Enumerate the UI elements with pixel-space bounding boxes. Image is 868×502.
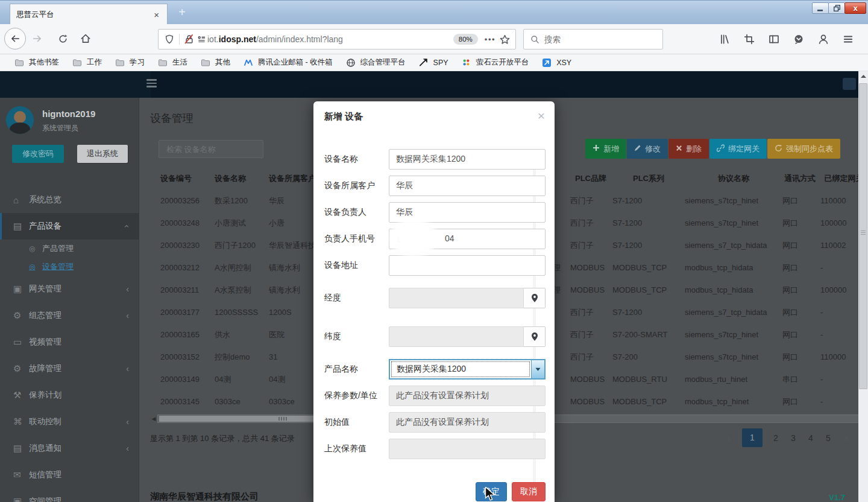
field-input[interactable] [389,149,546,170]
table-cell[interactable]: 200003149 [150,368,204,390]
table-cell[interactable]: S7-200-SMART [612,323,685,346]
table-cell[interactable]: siemens_s7_tcp_hidata [685,234,782,256]
table-cell[interactable]: 110000 [817,346,858,368]
table-cell[interactable]: 110002 [817,234,858,256]
table-cell[interactable]: S7-1200 [612,234,685,256]
table-cell[interactable]: S7-1200 [612,301,685,323]
dropdown-button[interactable] [531,360,544,378]
table-cell[interactable]: MODBUS_TCP [612,279,685,301]
table-cell[interactable]: siemens_s7tcp_hinet [685,212,782,234]
table-cell[interactable]: A水泵控制 [204,279,259,301]
new-tab-button[interactable]: + [174,5,190,19]
sidebar-item-联动控制[interactable]: ⌘联动控制‹ [0,408,139,435]
window-close-button[interactable]: x [844,2,866,14]
page-4[interactable]: 4 [807,433,815,443]
sidebar-icon[interactable] [768,33,780,45]
logout-button[interactable]: 退出系统 [77,145,128,163]
table-cell[interactable]: 200003211 [150,279,204,301]
window-minimize-button[interactable] [812,2,829,14]
cancel-button[interactable]: 取消 [512,482,546,501]
browser-search-input[interactable] [544,35,658,44]
bookmark-item[interactable]: 其他 [195,56,235,70]
table-cell[interactable]: 200003230 [150,234,204,256]
table-cell[interactable]: 网口 [782,323,817,346]
table-cell[interactable]: 西门子 [569,234,612,256]
table-cell[interactable]: 200003165 [150,323,204,346]
table-cell[interactable]: 西门子 [569,212,612,234]
table-cell[interactable]: 100000 [817,212,858,234]
navbar-right-icon[interactable] [843,78,856,90]
bookmark-item[interactable]: 工作 [66,56,107,70]
sidebar-item-系统总览[interactable]: ⌂系统总览 [0,186,139,213]
back-button[interactable] [4,28,26,49]
scroll-left-icon[interactable]: ◀ [150,416,157,422]
sidebar-item-产品设备[interactable]: ▤产品设备‹ [0,213,139,240]
insecure-lock-icon[interactable] [183,33,195,45]
page-actions-icon[interactable]: ••• [485,35,495,44]
device-search-input[interactable] [159,140,263,158]
shield-icon[interactable] [163,33,175,45]
map-pin-button[interactable] [524,288,546,308]
table-cell[interactable]: - [817,368,858,390]
field-input[interactable] [389,255,546,276]
table-cell[interactable]: 200003256 [150,189,204,212]
permissions-icon[interactable] [195,33,207,45]
bookmark-star-icon[interactable] [498,33,511,45]
table-cell[interactable]: modbus_tcp_hidata [685,256,782,279]
table-cell[interactable]: 网口 [782,301,817,323]
table-cell[interactable]: MODBUS [569,279,612,301]
zoom-level-badge[interactable]: 80% [453,34,478,45]
bookmark-item[interactable]: XSY [536,56,576,70]
page-prev[interactable]: ‹ [725,433,733,443]
table-cell[interactable]: 西门子 [569,301,612,323]
scroll-up-icon[interactable] [858,71,868,81]
table-cell[interactable]: 西门子 [569,346,612,368]
table-cell[interactable]: 200003177 [150,301,204,323]
bookmark-item[interactable]: 学习 [109,56,149,70]
table-cell[interactable]: 0303ce [204,390,259,413]
page-5[interactable]: 5 [824,433,832,443]
reload-button[interactable] [57,33,69,45]
table-cell[interactable]: - [817,323,858,346]
bookmark-item[interactable]: SPY [413,56,453,70]
sidebar-item-保养计划[interactable]: ⚒保养计划 [0,382,139,408]
table-cell[interactable]: MODBUS [569,256,612,279]
browser-tab[interactable]: 思普云平台 × [10,4,168,25]
table-cell[interactable]: 网口 [782,212,817,234]
action-button-修改[interactable]: 修改 [627,139,668,159]
table-cell[interactable]: 04测 [204,368,259,390]
bookmark-item[interactable]: 其他书签 [8,56,64,70]
table-cell[interactable]: - [817,301,858,323]
table-cell[interactable]: 西门子 [569,323,612,346]
table-cell[interactable]: siemens_s7tcp_hinet [685,189,782,212]
bookmark-item[interactable]: 生活 [152,56,192,70]
bookmark-item[interactable]: 综合管理平台 [340,56,410,70]
change-password-button[interactable]: 修改密码 [12,145,64,163]
table-cell[interactable]: MODBUS_RTU [612,368,685,390]
home-button[interactable] [80,33,92,45]
table-cell[interactable]: 200003145 [150,390,204,413]
table-cell[interactable]: - [817,256,858,279]
page-1[interactable]: 1 [742,428,763,447]
bookmark-item[interactable]: 萤石云开放平台 [456,56,534,70]
table-cell[interactable]: modbus_tcp_hidata [685,279,782,301]
modal-close-icon[interactable]: × [538,109,545,123]
sidebar-item-短信管理[interactable]: ✉短信管理 [0,462,139,488]
action-button-绑定网关[interactable]: 绑定网关 [709,139,767,159]
action-button-删除[interactable]: 删除 [668,139,709,159]
table-cell[interactable]: MODBUS [569,368,612,390]
page-3[interactable]: 3 [789,433,797,443]
sidebar-item-视频管理[interactable]: ▭视频管理 [0,329,139,355]
table-cell[interactable]: modbus_tcp_hinet [685,390,782,413]
sidebar-item-网关管理[interactable]: ▣网关管理‹ [0,276,139,302]
vscroll-thumb[interactable] [859,83,867,389]
table-cell[interactable]: A水闸控制 [204,256,259,279]
map-pin-button[interactable] [524,326,546,347]
sidebar-subitem-设备管理[interactable]: ◎设备管理 [0,258,139,276]
page-2[interactable]: 2 [772,433,780,443]
table-cell[interactable]: 小唐测试 [204,212,259,234]
action-button-新增[interactable]: 新增 [585,139,626,159]
table-cell[interactable]: 控制demo [204,346,259,368]
screenshot-icon[interactable] [743,33,755,45]
table-cell[interactable]: 西门子 [569,189,612,212]
